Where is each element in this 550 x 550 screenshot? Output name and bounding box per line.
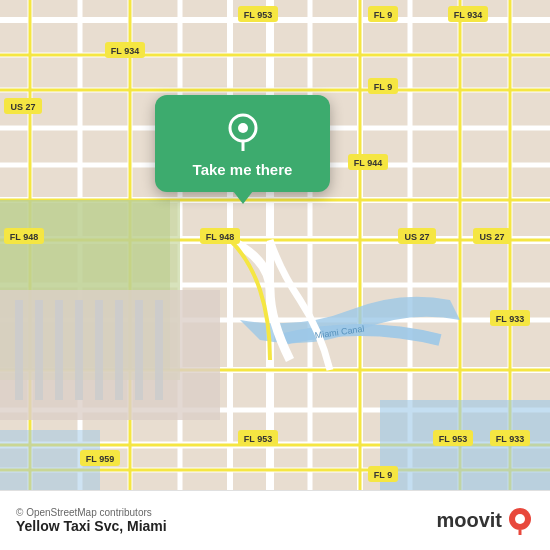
map-container[interactable]: FL 953 FL 934 FL 934 FL 9 FL 9 US 27 FL …	[0, 0, 550, 490]
svg-rect-47	[155, 300, 163, 400]
svg-text:FL 934: FL 934	[111, 46, 139, 56]
moovit-label: moovit	[436, 509, 502, 532]
svg-text:FL 948: FL 948	[10, 232, 38, 242]
svg-text:FL 953: FL 953	[439, 434, 467, 444]
location-pin-icon	[224, 113, 262, 151]
popup-label: Take me there	[193, 161, 293, 178]
svg-rect-42	[55, 300, 63, 400]
svg-rect-41	[35, 300, 43, 400]
svg-text:US 27: US 27	[404, 232, 429, 242]
moovit-logo: moovit	[436, 507, 534, 535]
svg-text:FL 9: FL 9	[374, 470, 392, 480]
svg-text:US 27: US 27	[479, 232, 504, 242]
app-info: © OpenStreetMap contributors Yellow Taxi…	[16, 507, 167, 534]
svg-text:FL 959: FL 959	[86, 454, 114, 464]
svg-rect-40	[15, 300, 23, 400]
osm-credit: © OpenStreetMap contributors	[16, 507, 167, 518]
moovit-pin-icon	[506, 507, 534, 535]
bottom-bar: © OpenStreetMap contributors Yellow Taxi…	[0, 490, 550, 550]
svg-text:FL 934: FL 934	[454, 10, 482, 20]
svg-rect-45	[115, 300, 123, 400]
svg-point-86	[238, 123, 248, 133]
svg-text:FL 944: FL 944	[354, 158, 382, 168]
svg-text:FL 933: FL 933	[496, 314, 524, 324]
map-svg: FL 953 FL 934 FL 934 FL 9 FL 9 US 27 FL …	[0, 0, 550, 490]
svg-rect-44	[95, 300, 103, 400]
app-title: Yellow Taxi Svc, Miami	[16, 518, 167, 534]
svg-rect-46	[135, 300, 143, 400]
svg-rect-43	[75, 300, 83, 400]
svg-text:FL 953: FL 953	[244, 434, 272, 444]
svg-rect-39	[0, 290, 220, 420]
svg-text:US 27: US 27	[10, 102, 35, 112]
location-popup[interactable]: Take me there	[155, 95, 330, 192]
svg-text:FL 948: FL 948	[206, 232, 234, 242]
svg-text:FL 9: FL 9	[374, 82, 392, 92]
svg-text:FL 933: FL 933	[496, 434, 524, 444]
svg-text:FL 9: FL 9	[374, 10, 392, 20]
svg-text:FL 953: FL 953	[244, 10, 272, 20]
svg-point-88	[515, 514, 525, 524]
